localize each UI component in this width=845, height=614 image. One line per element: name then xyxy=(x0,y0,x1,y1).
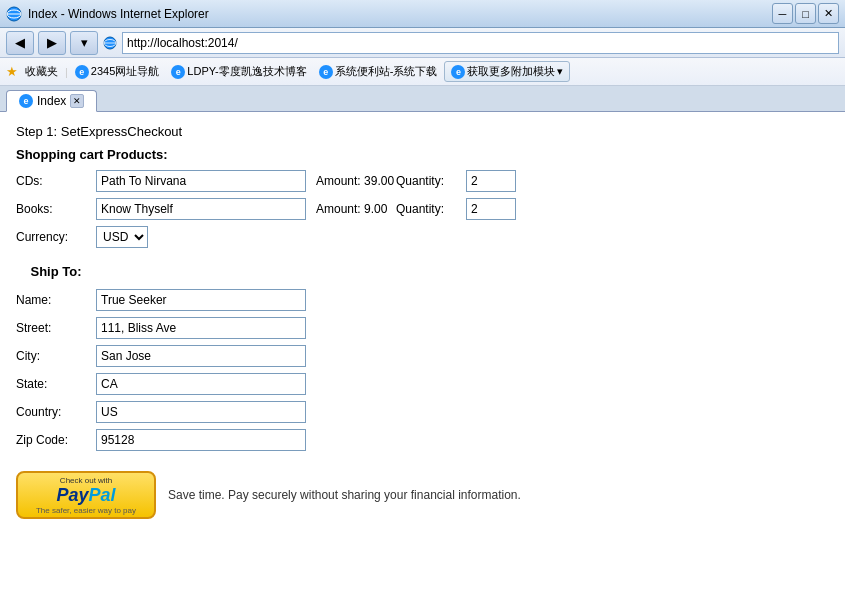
cds-name-input[interactable] xyxy=(96,170,306,192)
street-row: Street: xyxy=(16,317,829,339)
favorites-bar: ★ 收藏夹 | e 2345网址导航 e LDPY-零度凯逸技术博客 e 系统便… xyxy=(0,58,845,86)
fav-icon-ldpy: e xyxy=(171,65,185,79)
city-label: City: xyxy=(16,349,96,363)
zipcode-input[interactable] xyxy=(96,429,306,451)
paypal-section: Check out with PayPal The safer, easier … xyxy=(16,471,829,519)
fav-item-2345[interactable]: e 2345网址导航 xyxy=(70,62,164,81)
tab-close-button[interactable]: ✕ xyxy=(70,94,84,108)
name-row: Name: xyxy=(16,289,829,311)
fav-icon-system: e xyxy=(319,65,333,79)
state-input[interactable] xyxy=(96,373,306,395)
fav-more-button[interactable]: e 获取更多附加模块 ▾ xyxy=(444,61,570,82)
fav-item-ldpy[interactable]: e LDPY-零度凯逸技术博客 xyxy=(166,62,311,81)
forward-button[interactable]: ▶ xyxy=(38,31,66,55)
street-label: Street: xyxy=(16,321,96,335)
books-row: Books: Amount: 9.00 Quantity: xyxy=(16,198,829,220)
page-icon xyxy=(102,35,118,51)
books-name-input[interactable] xyxy=(96,198,306,220)
ie-logo-icon xyxy=(6,6,22,22)
close-button[interactable]: ✕ xyxy=(818,3,839,24)
chevron-down-icon: ▾ xyxy=(557,65,563,78)
zipcode-row: Zip Code: xyxy=(16,429,829,451)
page-content: Step 1: SetExpressCheckout Shopping cart… xyxy=(0,112,845,614)
zipcode-label: Zip Code: xyxy=(16,433,96,447)
ship-to-section: Ship To: Name: Street: City: State: Coun… xyxy=(16,264,829,451)
cds-row: CDs: Amount: 39.00 Quantity: xyxy=(16,170,829,192)
name-label: Name: xyxy=(16,293,96,307)
name-input[interactable] xyxy=(96,289,306,311)
step-title: Step 1: SetExpressCheckout xyxy=(16,124,829,139)
books-label: Books: xyxy=(16,202,96,216)
paypal-safer-text: The safer, easier way to pay xyxy=(36,506,136,515)
ship-to-title: Ship To: xyxy=(16,264,96,279)
state-row: State: xyxy=(16,373,829,395)
paypal-description: Save time. Pay securely without sharing … xyxy=(168,488,521,502)
state-label: State: xyxy=(16,377,96,391)
tab-bar: e Index ✕ xyxy=(0,86,845,112)
back-button[interactable]: ◀ xyxy=(6,31,34,55)
maximize-button[interactable]: □ xyxy=(795,3,816,24)
address-input[interactable] xyxy=(122,32,839,54)
favorites-star-icon: ★ xyxy=(6,64,18,79)
fav-more-icon: e xyxy=(451,65,465,79)
paypal-logo: PayPal xyxy=(56,485,115,506)
tab-icon: e xyxy=(19,94,33,108)
paypal-checkout-button[interactable]: Check out with PayPal The safer, easier … xyxy=(16,471,156,519)
minimize-button[interactable]: ─ xyxy=(772,3,793,24)
address-bar: ◀ ▶ ▾ xyxy=(0,28,845,58)
city-input[interactable] xyxy=(96,345,306,367)
city-row: City: xyxy=(16,345,829,367)
window-title: Index - Windows Internet Explorer xyxy=(28,7,209,21)
country-row: Country: xyxy=(16,401,829,423)
country-input[interactable] xyxy=(96,401,306,423)
cds-label: CDs: xyxy=(16,174,96,188)
checkout-text: Check out xyxy=(60,476,96,485)
books-qty-input[interactable] xyxy=(466,198,516,220)
country-label: Country: xyxy=(16,405,96,419)
title-bar: Index - Windows Internet Explorer ─ □ ✕ xyxy=(0,0,845,28)
street-input[interactable] xyxy=(96,317,306,339)
currency-select[interactable]: USD EUR GBP xyxy=(96,226,148,248)
books-amount-label: Amount: 9.00 xyxy=(316,202,396,216)
dropdown-button[interactable]: ▾ xyxy=(70,31,98,55)
cds-qty-input[interactable] xyxy=(466,170,516,192)
currency-row: Currency: USD EUR GBP xyxy=(16,226,829,248)
cds-amount-label: Amount: 39.00 xyxy=(316,174,396,188)
window-controls: ─ □ ✕ xyxy=(772,3,839,24)
currency-label: Currency: xyxy=(16,230,96,244)
favorites-label[interactable]: 收藏夹 xyxy=(20,62,63,81)
with-text: with xyxy=(98,476,112,485)
cds-qty-label: Quantity: xyxy=(396,174,466,188)
fav-item-system[interactable]: e 系统便利站-系统下载 xyxy=(314,62,443,81)
fav-icon-2345: e xyxy=(75,65,89,79)
shopping-cart-title: Shopping cart Products: xyxy=(16,147,829,162)
books-qty-label: Quantity: xyxy=(396,202,466,216)
tab-index[interactable]: e Index ✕ xyxy=(6,90,97,112)
